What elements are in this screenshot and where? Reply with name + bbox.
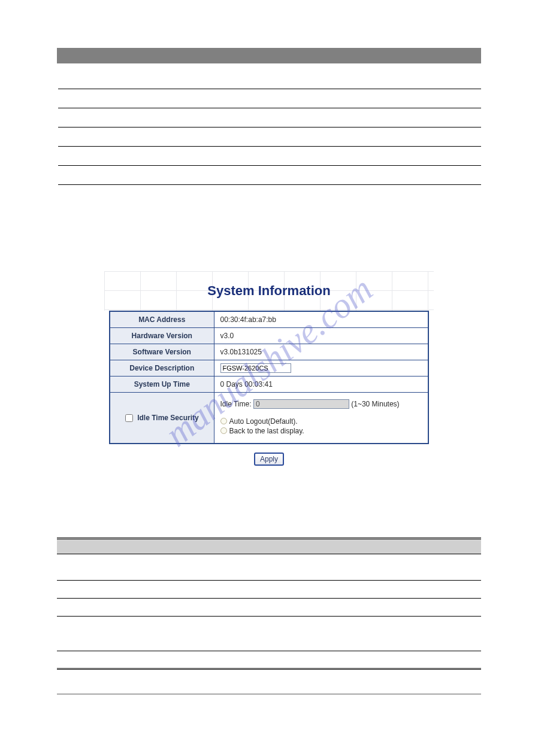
table-header-cell (57, 539, 180, 554)
system-info-table: MAC Address 00:30:4f:ab:a7:bb Hardware V… (109, 311, 429, 445)
table-header-cell (142, 48, 482, 63)
system-uptime-value: 0 Days 00:03:41 (214, 376, 428, 392)
page-container: System Information MAC Address 00:30:4f:… (0, 0, 535, 718)
table-row (57, 599, 481, 617)
table-row (57, 554, 481, 581)
top-blank-table (57, 48, 481, 185)
bottom-blank-table (57, 538, 481, 670)
mac-address-label: MAC Address (110, 311, 214, 328)
footer-divider (57, 694, 481, 694)
table-cell (142, 108, 482, 127)
table-row: Idle Time Security Idle Time: (1~30 Minu… (110, 392, 428, 444)
table-header-cell (180, 539, 481, 554)
table-cell (142, 165, 482, 184)
table-cell (57, 554, 180, 581)
device-description-cell (214, 360, 428, 376)
table-row (58, 146, 482, 165)
software-version-label: Software Version (110, 344, 214, 360)
table-header-cell (58, 48, 142, 63)
table-cell (57, 651, 180, 669)
idle-time-hint: (1~30 Minutes) (351, 400, 399, 408)
table-row (58, 127, 482, 146)
mac-address-value: 00:30:4f:ab:a7:bb (214, 311, 428, 328)
apply-button[interactable]: Apply (254, 453, 284, 466)
table-row (57, 651, 481, 669)
table-cell (142, 89, 482, 108)
table-cell (142, 127, 482, 146)
table-cell (142, 146, 482, 165)
table-cell (58, 146, 142, 165)
table-cell (57, 617, 180, 651)
table-row: MAC Address 00:30:4f:ab:a7:bb (110, 311, 428, 328)
table-row: Software Version v3.0b131025 (110, 344, 428, 360)
idle-time-input[interactable] (253, 399, 349, 409)
table-row (58, 108, 482, 127)
table-row (57, 617, 481, 651)
table-cell (58, 89, 142, 108)
table-cell (58, 165, 142, 184)
radio-label: Auto Logout(Default). (229, 417, 298, 426)
system-information-panel: System Information MAC Address 00:30:4f:… (109, 280, 429, 471)
table-row (58, 89, 482, 108)
radio-label: Back to the last display. (229, 427, 304, 435)
radio-option-auto-logout[interactable]: Auto Logout(Default). (220, 417, 422, 426)
apply-button-wrap: Apply (109, 444, 429, 470)
idle-time-security-cell: Idle Time: (1~30 Minutes) Auto Logout(De… (214, 392, 428, 444)
table-cell (180, 554, 481, 581)
table-cell (180, 581, 481, 599)
idle-time-security-label: Idle Time Security (137, 414, 199, 422)
idle-time-line: Idle Time: (1~30 Minutes) (220, 399, 422, 409)
table-row (58, 165, 482, 184)
table-cell (180, 651, 481, 669)
table-cell (58, 127, 142, 146)
table-cell (58, 63, 142, 89)
table-row: System Up Time 0 Days 00:03:41 (110, 376, 428, 392)
table-cell (57, 599, 180, 617)
idle-time-security-label-cell: Idle Time Security (110, 392, 214, 444)
system-uptime-label: System Up Time (110, 376, 214, 392)
table-row (58, 63, 482, 89)
table-row: Hardware Version v3.0 (110, 327, 428, 344)
radio-option-back-display[interactable]: Back to the last display. (220, 427, 422, 435)
radio-icon (220, 427, 227, 434)
table-cell (180, 617, 481, 651)
table-row (57, 581, 481, 599)
table-header-row (57, 539, 481, 554)
table-cell (142, 63, 482, 89)
hardware-version-value: v3.0 (214, 327, 428, 344)
table-cell (180, 599, 481, 617)
table-header-row (58, 48, 482, 63)
table-cell (57, 581, 180, 599)
device-description-label: Device Description (110, 360, 214, 376)
idle-time-label: Idle Time: (220, 400, 252, 408)
software-version-value: v3.0b131025 (214, 344, 428, 360)
idle-time-security-checkbox[interactable] (125, 414, 133, 422)
radio-icon (220, 418, 227, 424)
hardware-version-label: Hardware Version (110, 327, 214, 344)
panel-title: System Information (109, 280, 429, 311)
device-description-input[interactable] (220, 363, 291, 373)
table-cell (58, 108, 142, 127)
table-row: Device Description (110, 360, 428, 376)
